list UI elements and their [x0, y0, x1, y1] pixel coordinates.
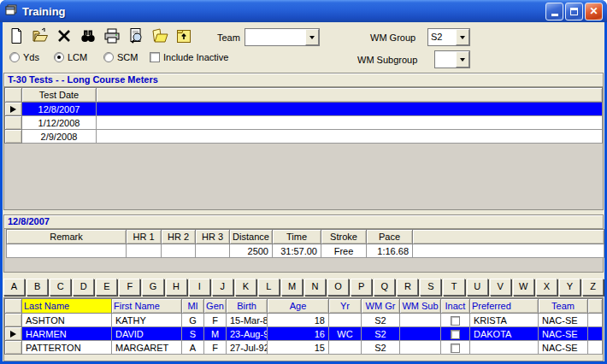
close-button[interactable]: ✕	[585, 3, 603, 21]
alphabet-button-p[interactable]: P	[351, 279, 372, 296]
distance-cell[interactable]: 2500	[230, 244, 273, 258]
yr-cell[interactable]: WC	[329, 327, 362, 341]
wm-gr-column-header[interactable]: WM Gr	[362, 299, 400, 314]
inact-cell[interactable]	[441, 314, 470, 327]
last-name-cell[interactable]: ASHTON	[22, 314, 112, 327]
inact-cell[interactable]	[441, 341, 470, 355]
gen-cell[interactable]: F	[204, 341, 227, 355]
preferred-cell[interactable]: KRISTA	[470, 314, 539, 327]
birth-column-header[interactable]: Birth	[227, 299, 268, 314]
include-inactive-checkbox[interactable]: Include Inactive	[150, 51, 228, 63]
filler-cell[interactable]	[97, 116, 603, 130]
alphabet-button-f[interactable]: F	[119, 279, 140, 296]
alphabet-button-a[interactable]: A	[3, 279, 25, 296]
age-cell[interactable]: 16	[268, 327, 329, 341]
wm-gr-cell[interactable]: S2	[362, 327, 400, 341]
wm-sub-cell[interactable]	[400, 314, 441, 327]
alphabet-button-n[interactable]: N	[304, 279, 326, 296]
yr-column-header[interactable]: Yr	[329, 299, 362, 314]
row-selector[interactable]	[5, 327, 22, 341]
notes-icon[interactable]	[151, 27, 168, 44]
minimize-button[interactable]	[545, 3, 563, 21]
wm-subgroup-select[interactable]	[434, 50, 470, 68]
alphabet-button-y[interactable]: Y	[559, 279, 580, 296]
row-selector[interactable]	[5, 314, 22, 327]
filler-cell[interactable]	[588, 341, 603, 355]
detail-row[interactable]: 2500 31:57.00 Free 1:16.68	[7, 244, 604, 258]
inact-checkbox-icon[interactable]	[451, 343, 460, 353]
alphabet-button-b[interactable]: B	[27, 279, 48, 296]
alphabet-button-g[interactable]: G	[142, 279, 163, 296]
preferred-column-header[interactable]: Preferred	[470, 299, 539, 314]
alphabet-button-z[interactable]: Z	[582, 279, 604, 296]
first-name-column-header[interactable]: First Name	[112, 299, 182, 314]
up-level-icon[interactable]	[175, 27, 192, 44]
test-date-cell[interactable]: 1/12/2008	[22, 116, 97, 130]
team-cell[interactable]: NAC-SE	[539, 314, 588, 327]
test-date-row[interactable]: 12/8/2007	[5, 103, 603, 116]
hr2-cell[interactable]	[162, 244, 196, 258]
alphabet-button-m[interactable]: M	[281, 279, 303, 296]
gen-cell[interactable]: M	[204, 327, 227, 341]
inact-column-header[interactable]: Inact	[441, 299, 470, 314]
alphabet-button-r[interactable]: R	[397, 279, 418, 296]
row-selector[interactable]	[5, 341, 22, 355]
mi-cell[interactable]: A	[182, 341, 204, 355]
wm-gr-cell[interactable]: S2	[362, 341, 400, 355]
alphabet-button-l[interactable]: L	[258, 279, 280, 296]
team-cell[interactable]: NAC-SE	[539, 327, 588, 341]
row-selector[interactable]	[5, 130, 22, 144]
gen-cell[interactable]: F	[204, 314, 227, 327]
alphabet-button-o[interactable]: O	[327, 279, 349, 296]
preferred-cell[interactable]	[470, 341, 539, 355]
hr3-cell[interactable]	[196, 244, 230, 258]
alphabet-button-w[interactable]: W	[513, 279, 534, 296]
wm-group-dropdown-button[interactable]	[456, 29, 469, 45]
first-name-cell[interactable]: DAVID	[112, 327, 182, 341]
last-name-column-header[interactable]: Last Name	[22, 299, 112, 314]
alphabet-button-h[interactable]: H	[166, 279, 187, 296]
mi-cell[interactable]: G	[182, 314, 204, 327]
hr1-cell[interactable]	[127, 244, 162, 258]
age-cell[interactable]: 18	[268, 314, 329, 327]
swimmer-row[interactable]: HARMEN DAVID S M 23-Aug-91 16 WC S2 DAKO…	[5, 327, 603, 341]
gen-column-header[interactable]: Gen	[204, 299, 227, 314]
wm-gr-cell[interactable]: S2	[362, 314, 400, 327]
alphabet-button-d[interactable]: D	[73, 279, 94, 296]
find-icon[interactable]	[80, 27, 97, 44]
yr-cell[interactable]	[329, 314, 362, 327]
filler-cell[interactable]	[588, 327, 603, 341]
new-icon[interactable]	[8, 27, 25, 44]
alphabet-button-c[interactable]: C	[50, 279, 71, 296]
maximize-button[interactable]	[565, 3, 583, 21]
first-name-cell[interactable]: MARGARET	[112, 341, 182, 355]
inact-cell[interactable]	[441, 327, 470, 341]
mi-cell[interactable]: S	[182, 327, 204, 341]
test-date-cell[interactable]: 2/9/2008	[22, 130, 97, 144]
team-select[interactable]	[245, 28, 320, 46]
pace-cell[interactable]: 1:16.68	[367, 244, 413, 258]
test-date-row[interactable]: 1/12/2008	[5, 116, 603, 130]
age-cell[interactable]: 15	[268, 341, 329, 355]
row-selector[interactable]	[5, 103, 22, 116]
preferred-cell[interactable]: DAKOTA	[470, 327, 539, 341]
wm-sub-column-header[interactable]: WM Sub	[400, 299, 441, 314]
inact-checkbox-icon[interactable]	[451, 316, 460, 326]
alphabet-button-t[interactable]: T	[443, 279, 464, 296]
birth-cell[interactable]: 15-Mar-89	[227, 314, 268, 327]
time-cell[interactable]: 31:57.00	[273, 244, 321, 258]
wm-sub-cell[interactable]	[400, 341, 441, 355]
alphabet-button-s[interactable]: S	[420, 279, 441, 296]
print-preview-icon[interactable]	[127, 27, 144, 44]
last-name-cell[interactable]: PATTERTON	[22, 341, 112, 355]
radio-lcm[interactable]: LCM	[54, 51, 87, 63]
birth-cell[interactable]: 23-Aug-91	[227, 327, 268, 341]
alphabet-button-j[interactable]: J	[212, 279, 233, 296]
alphabet-button-i[interactable]: I	[189, 279, 210, 296]
remark-cell[interactable]	[7, 244, 127, 258]
team-column-header[interactable]: Team	[539, 299, 588, 314]
mi-column-header[interactable]: MI	[182, 299, 204, 314]
swimmer-row[interactable]: ASHTON KATHY G F 15-Mar-89 18 S2 KRISTA …	[5, 314, 603, 327]
open-icon[interactable]	[32, 27, 49, 44]
age-column-header[interactable]: Age	[268, 299, 329, 314]
